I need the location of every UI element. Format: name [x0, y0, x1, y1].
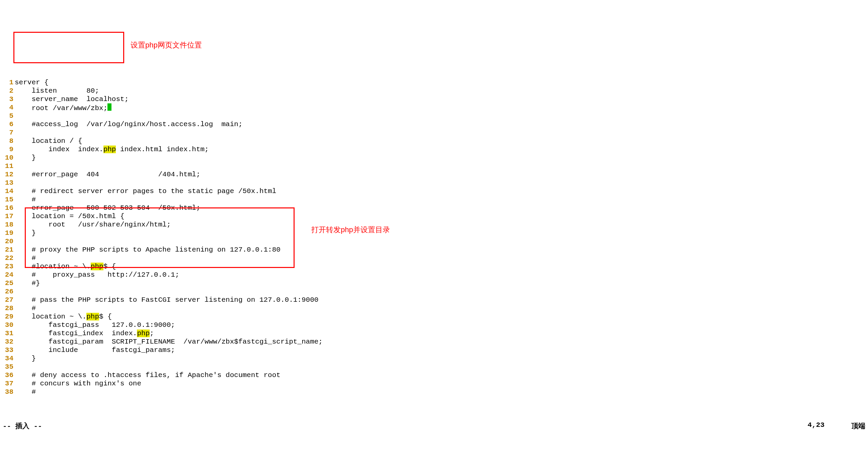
code-line[interactable]: 6 #access_log /var/log/nginx/host.access… [0, 120, 868, 128]
code-line[interactable]: 27 # pass the PHP scripts to FastCGI ser… [0, 296, 868, 304]
code-text[interactable]: include fastcgi_params; [15, 346, 868, 354]
code-text[interactable]: # [15, 195, 868, 204]
code-line[interactable]: 31 fastcgi_index index.php; [0, 329, 868, 337]
code-text[interactable]: root /var/www/zbx; [15, 103, 868, 112]
line-number: 14 [0, 187, 15, 195]
code-line[interactable]: 22 # [0, 254, 868, 262]
code-text[interactable]: server { [15, 78, 868, 87]
code-text[interactable]: location ~ \.php$ { [15, 312, 868, 321]
code-text[interactable]: index index.php index.html index.htm; [15, 145, 868, 154]
code-text[interactable]: # deny access to .htaccess files, if Apa… [15, 371, 868, 380]
vim-cursor-pos: 4,23 [808, 421, 825, 431]
code-text[interactable]: error_page 500 502 503 504 /50x.html; [15, 204, 868, 212]
code-line[interactable]: 20 [0, 237, 868, 245]
code-line[interactable]: 3 server_name localhost; [0, 95, 868, 103]
code-line[interactable]: 4 root /var/www/zbx; [0, 103, 868, 112]
code-text[interactable]: location = /50x.html { [15, 212, 868, 221]
code-line[interactable]: 12 #error_page 404 /404.html; [0, 170, 868, 179]
code-text[interactable]: } [15, 354, 868, 363]
annotation-text-top: 设置php网页文件位置 [130, 40, 202, 50]
code-line[interactable]: 16 error_page 500 502 503 504 /50x.html; [0, 204, 868, 212]
code-text[interactable]: #location ~ \.php$ { [15, 262, 868, 271]
line-number: 10 [0, 154, 15, 162]
code-text[interactable]: fastcgi_index index.php; [15, 329, 868, 337]
line-number: 18 [0, 221, 15, 229]
code-line[interactable]: 19 } [0, 229, 868, 237]
code-text[interactable]: # [15, 254, 868, 262]
annotation-text-bottom: 打开转发php并设置目录 [311, 225, 390, 235]
code-line[interactable]: 18 root /usr/share/nginx/html; [0, 221, 868, 229]
vim-scroll-pos: 顶端 [851, 421, 865, 431]
code-text[interactable]: # proxy_pass http://127.0.0.1; [15, 271, 868, 279]
line-number: 30 [0, 321, 15, 329]
search-highlight: php [86, 313, 99, 321]
code-text[interactable]: # concurs with nginx's one [15, 380, 868, 388]
code-line[interactable]: 8 location / { [0, 137, 868, 145]
line-number: 9 [0, 145, 15, 154]
code-line[interactable]: 7 [0, 128, 868, 137]
code-line[interactable]: 30 fastcgi_pass 127.0.0.1:9000; [0, 321, 868, 329]
line-number: 23 [0, 262, 15, 271]
code-line[interactable]: 38 # [0, 388, 868, 396]
code-line[interactable]: 33 include fastcgi_params; [0, 346, 868, 354]
line-number: 19 [0, 229, 15, 237]
code-line[interactable]: 21 # proxy the PHP scripts to Apache lis… [0, 245, 868, 254]
search-highlight: php [103, 145, 116, 153]
code-line[interactable]: 36 # deny access to .htaccess files, if … [0, 371, 868, 380]
code-text[interactable]: # proxy the PHP scripts to Apache listen… [15, 245, 868, 254]
code-text[interactable]: fastcgi_pass 127.0.0.1:9000; [15, 321, 868, 329]
code-line[interactable]: 28 # [0, 304, 868, 312]
code-line[interactable]: 25 #} [0, 279, 868, 287]
code-line[interactable]: 1server { [0, 78, 868, 87]
line-number: 26 [0, 287, 15, 296]
code-line[interactable]: 32 fastcgi_param SCRIPT_FILENAME /var/ww… [0, 337, 868, 346]
code-text[interactable]: # [15, 388, 868, 396]
code-line[interactable]: 37 # concurs with nginx's one [0, 380, 868, 388]
code-text[interactable]: } [15, 229, 868, 237]
line-number: 34 [0, 354, 15, 363]
code-line[interactable]: 9 index index.php index.html index.htm; [0, 145, 868, 154]
line-number: 8 [0, 137, 15, 145]
code-line[interactable]: 14 # redirect server error pages to the … [0, 187, 868, 195]
code-line[interactable]: 35 [0, 363, 868, 371]
code-line[interactable]: 5 [0, 112, 868, 120]
code-text[interactable]: #access_log /var/log/nginx/host.access.l… [15, 120, 868, 128]
code-text[interactable]: listen 80; [15, 87, 868, 95]
line-number: 11 [0, 162, 15, 170]
code-line[interactable]: 29 location ~ \.php$ { [0, 312, 868, 321]
code-text[interactable]: #} [15, 279, 868, 287]
code-text[interactable]: fastcgi_param SCRIPT_FILENAME /var/www/z… [15, 337, 868, 346]
code-line[interactable]: 26 [0, 287, 868, 296]
code-line[interactable]: 24 # proxy_pass http://127.0.0.1; [0, 271, 868, 279]
line-number: 6 [0, 120, 15, 128]
code-text[interactable]: root /usr/share/nginx/html; [15, 221, 868, 229]
code-text[interactable]: # [15, 304, 868, 312]
line-number: 32 [0, 337, 15, 346]
code-text[interactable]: #error_page 404 /404.html; [15, 170, 868, 179]
code-text[interactable]: } [15, 154, 868, 162]
code-line[interactable]: 11 [0, 162, 868, 170]
code-text[interactable]: # redirect server error pages to the sta… [15, 187, 868, 195]
search-highlight: php [91, 263, 103, 270]
code-line[interactable]: 13 [0, 179, 868, 187]
code-line[interactable]: 23 #location ~ \.php$ { [0, 262, 868, 271]
code-text[interactable]: # pass the PHP scripts to FastCGI server… [15, 296, 868, 304]
line-number: 24 [0, 271, 15, 279]
line-number: 25 [0, 279, 15, 287]
code-text[interactable]: server_name localhost; [15, 95, 868, 103]
code-line[interactable]: 34 } [0, 354, 868, 363]
code-line[interactable]: 15 # [0, 195, 868, 204]
code-line[interactable]: 2 listen 80; [0, 87, 868, 95]
line-number: 3 [0, 95, 15, 103]
line-number: 4 [0, 103, 15, 112]
code-text[interactable]: location / { [15, 137, 868, 145]
code-line[interactable]: 17 location = /50x.html { [0, 212, 868, 221]
text-cursor [107, 103, 112, 111]
line-number: 5 [0, 112, 15, 120]
code-line[interactable]: 10 } [0, 154, 868, 162]
line-number: 21 [0, 245, 15, 254]
editor-area[interactable]: 设置php网页文件位置 打开转发php并设置目录 1server {2 list… [0, 31, 868, 405]
line-number: 12 [0, 170, 15, 179]
line-number: 16 [0, 204, 15, 212]
line-number: 17 [0, 212, 15, 221]
